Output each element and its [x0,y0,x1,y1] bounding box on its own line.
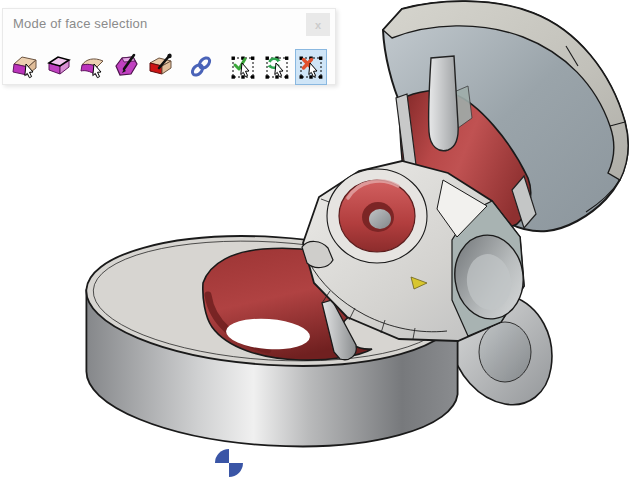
invert-selection-icon [264,53,290,81]
select-face-button[interactable] [9,49,41,85]
face-selection-panel: Mode of face selection x [2,8,336,85]
shaft-keyway-slot[interactable] [429,56,459,151]
pick-face-color-button[interactable] [145,49,177,85]
link-selection-icon [188,53,214,81]
select-plane-face-icon [46,53,72,81]
select-face-loop-button[interactable] [77,49,109,85]
link-selection-button[interactable] [185,49,217,85]
cad-workspace: Mode of face selection x [0,0,636,480]
cancel-selection-icon [298,53,324,81]
invert-selection-button[interactable] [261,49,293,85]
toolbar-row [8,49,328,85]
select-plane-face-button[interactable] [43,49,75,85]
apply-selection-button[interactable] [227,49,259,85]
lobe-recess [479,322,531,382]
paint-face-icon [114,53,140,81]
panel-title: Mode of face selection [13,16,147,31]
apply-selection-icon [230,53,256,81]
cancel-selection-button[interactable] [295,49,327,85]
close-button[interactable]: x [306,13,330,36]
bearing-hole-bottom [369,209,391,229]
center-of-mass-symbol [215,449,243,477]
select-face-icon [12,53,38,81]
select-face-loop-icon [80,53,106,81]
paint-face-button[interactable] [111,49,143,85]
pick-face-color-icon [148,53,174,81]
